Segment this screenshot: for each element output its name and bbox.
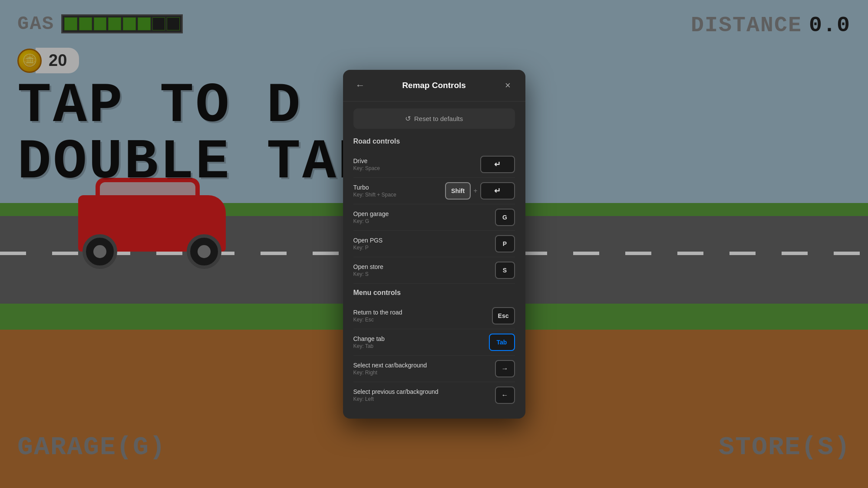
reset-label: Reset to defaults	[414, 115, 463, 122]
control-key-garage: Key: G	[353, 218, 389, 224]
modal-overlay: ← Remap Controls × ↺ Reset to defaults R…	[0, 0, 868, 488]
modal-title: Remap Controls	[367, 81, 501, 90]
control-info-pgs: Open PGS Key: P	[353, 237, 383, 251]
control-key-pgs: Key: P	[353, 245, 383, 251]
control-name-turbo: Turbo	[353, 184, 396, 191]
remap-controls-modal: ← Remap Controls × ↺ Reset to defaults R…	[343, 70, 525, 419]
control-info-drive: Drive Key: Space	[353, 157, 380, 171]
road-controls-header: Road controls	[353, 138, 515, 145]
next-key-button[interactable]: →	[495, 360, 515, 377]
control-binding-prev: ←	[495, 386, 515, 404]
reset-defaults-button[interactable]: ↺ Reset to defaults	[353, 108, 515, 129]
control-key-drive: Key: Space	[353, 165, 380, 171]
control-name-garage: Open garage	[353, 210, 389, 217]
reset-icon: ↺	[405, 115, 411, 123]
control-row-next: Select next car/background Key: Right →	[353, 356, 515, 382]
control-name-return: Return to the road	[353, 309, 403, 316]
control-binding-pgs: P	[495, 235, 515, 252]
tab-key-button[interactable]: Tab	[489, 334, 515, 351]
turbo-space-button[interactable]: ↵	[480, 182, 515, 200]
control-key-turbo: Key: Shift + Space	[353, 192, 396, 198]
prev-key-button[interactable]: ←	[495, 386, 515, 404]
control-row-pgs: Open PGS Key: P P	[353, 231, 515, 257]
control-key-store: Key: S	[353, 271, 383, 277]
control-row-prev: Select previous car/background Key: Left…	[353, 382, 515, 408]
control-name-tab: Change tab	[353, 335, 385, 342]
back-icon: ←	[356, 80, 365, 91]
turbo-shift-button[interactable]: Shift	[445, 182, 471, 200]
control-row-store: Open store Key: S S	[353, 257, 515, 284]
control-info-tab: Change tab Key: Tab	[353, 335, 385, 349]
control-row-return: Return to the road Key: Esc Esc	[353, 303, 515, 329]
back-button[interactable]: ←	[353, 79, 367, 92]
garage-key-button[interactable]: G	[495, 209, 515, 226]
menu-controls-header: Menu controls	[353, 289, 515, 297]
modal-header: ← Remap Controls ×	[343, 70, 525, 102]
control-name-next: Select next car/background	[353, 362, 427, 369]
pgs-key-button[interactable]: P	[495, 235, 515, 252]
control-binding-drive: ↵	[480, 156, 515, 173]
close-button[interactable]: ×	[501, 79, 515, 92]
modal-body[interactable]: ↺ Reset to defaults Road controls Drive …	[343, 102, 525, 419]
control-name-prev: Select previous car/background	[353, 388, 439, 395]
control-binding-next: →	[495, 360, 515, 377]
control-info-store: Open store Key: S	[353, 263, 383, 277]
control-key-tab: Key: Tab	[353, 343, 385, 349]
close-icon: ×	[505, 80, 511, 91]
control-row-drive: Drive Key: Space ↵	[353, 151, 515, 178]
control-binding-tab: Tab	[489, 334, 515, 351]
store-key-button[interactable]: S	[495, 262, 515, 279]
control-row-tab: Change tab Key: Tab Tab	[353, 329, 515, 356]
control-info-prev: Select previous car/background Key: Left	[353, 388, 439, 402]
control-info-next: Select next car/background Key: Right	[353, 362, 427, 376]
control-key-return: Key: Esc	[353, 317, 403, 323]
control-info-turbo: Turbo Key: Shift + Space	[353, 184, 396, 198]
control-row-garage: Open garage Key: G G	[353, 204, 515, 231]
control-info-return: Return to the road Key: Esc	[353, 309, 403, 323]
turbo-plus: +	[473, 187, 477, 195]
control-name-pgs: Open PGS	[353, 237, 383, 244]
control-key-prev: Key: Left	[353, 396, 439, 402]
control-key-next: Key: Right	[353, 370, 427, 376]
control-name-store: Open store	[353, 263, 383, 270]
return-key-button[interactable]: Esc	[492, 307, 515, 324]
control-binding-store: S	[495, 262, 515, 279]
drive-key-button[interactable]: ↵	[480, 156, 515, 173]
control-name-drive: Drive	[353, 157, 380, 164]
control-binding-turbo: Shift + ↵	[445, 182, 515, 200]
control-row-turbo: Turbo Key: Shift + Space Shift + ↵	[353, 178, 515, 204]
control-info-garage: Open garage Key: G	[353, 210, 389, 224]
control-binding-return: Esc	[492, 307, 515, 324]
control-binding-garage: G	[495, 209, 515, 226]
